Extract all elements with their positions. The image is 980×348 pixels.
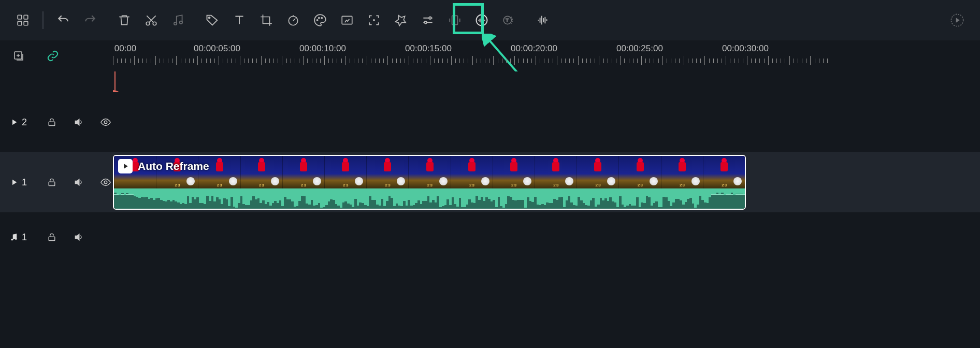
svg-text:T: T: [506, 18, 509, 23]
adjust-icon[interactable]: [414, 7, 441, 34]
volume-icon[interactable]: [71, 115, 86, 129]
add-track-icon[interactable]: [10, 48, 27, 64]
ruler-label: 00:00:05:00: [194, 44, 240, 54]
play-icon: [118, 159, 133, 173]
svg-rect-1: [24, 15, 28, 19]
lock-icon[interactable]: [45, 115, 59, 129]
track-type-label: 2: [9, 117, 32, 128]
ruler-side-controls: [0, 40, 113, 71]
delete-icon[interactable]: [111, 7, 138, 34]
clip-label: Auto Reframe: [118, 159, 209, 173]
svg-rect-30: [49, 237, 55, 241]
volume-icon[interactable]: [71, 230, 86, 244]
ruler-label: 00:00:10:00: [299, 44, 346, 54]
ruler-label: 00:00: [114, 44, 137, 54]
svg-point-11: [319, 18, 320, 19]
ruler-label: 00:00:20:00: [511, 44, 557, 54]
svg-rect-0: [18, 15, 22, 19]
track-video-1: 1 2 32 32 32 32 32 32 32 32 32 32 32 32 …: [0, 152, 980, 212]
pip-icon[interactable]: [334, 7, 361, 34]
mask-icon[interactable]: [387, 7, 414, 34]
svg-point-6: [174, 22, 177, 25]
timeline-ruler-row: 00:00 00:00:05:00 00:00:10:00 00:00:15:0…: [0, 40, 980, 71]
track-type-label: 1: [9, 232, 32, 243]
ruler-label: 00:00:15:00: [405, 44, 452, 54]
volume-icon[interactable]: [71, 175, 86, 190]
svg-rect-24: [49, 122, 55, 126]
link-icon[interactable]: [45, 48, 61, 64]
track-lane[interactable]: [113, 212, 980, 262]
svg-rect-3: [24, 21, 28, 25]
timeline-tracks: 2 1: [0, 71, 980, 348]
track-number: 1: [22, 232, 27, 243]
track-header: 1: [0, 152, 113, 212]
beats-icon[interactable]: [529, 7, 556, 34]
svg-point-28: [11, 239, 13, 241]
crop-icon[interactable]: [253, 7, 280, 34]
aspect-icon[interactable]: [441, 7, 468, 34]
track-lane[interactable]: 2 32 32 32 32 32 32 32 32 32 32 32 32 32…: [113, 152, 980, 212]
ruler-label: 00:00:30:00: [722, 44, 769, 54]
audio-sync-icon[interactable]: [468, 7, 495, 34]
timeline-ruler[interactable]: 00:00 00:00:05:00 00:00:10:00 00:00:15:0…: [113, 40, 980, 71]
track-header: 1: [0, 212, 113, 262]
track-video-2: 2: [0, 92, 980, 152]
playhead-line: [114, 71, 116, 92]
tag-icon[interactable]: [199, 7, 226, 34]
svg-rect-2: [18, 21, 22, 25]
svg-point-27: [104, 181, 107, 184]
cut-icon[interactable]: [138, 7, 165, 34]
svg-point-5: [153, 22, 156, 25]
ruler-label: 00:00:25:00: [616, 44, 663, 54]
visibility-icon[interactable]: [98, 175, 113, 190]
svg-point-10: [317, 20, 318, 21]
svg-point-4: [146, 22, 150, 25]
svg-point-29: [15, 238, 17, 240]
track-number: 1: [22, 177, 27, 188]
toolbar-divider: [42, 11, 44, 29]
track-audio-1: 1: [0, 212, 980, 262]
focus-icon[interactable]: [361, 7, 387, 34]
svg-point-14: [373, 20, 374, 21]
svg-point-18: [477, 15, 487, 26]
track-gap: [0, 71, 980, 92]
track-lane[interactable]: [113, 92, 980, 152]
svg-point-7: [180, 21, 182, 24]
music-note-icon[interactable]: [165, 7, 192, 34]
timeline-toolbar: T: [0, 0, 980, 40]
svg-rect-17: [452, 16, 458, 24]
speed-icon[interactable]: [280, 7, 307, 34]
apps-icon[interactable]: [9, 7, 36, 34]
render-icon[interactable]: [944, 7, 971, 34]
visibility-icon[interactable]: [98, 115, 113, 129]
svg-point-8: [209, 17, 210, 19]
svg-point-25: [104, 121, 107, 124]
svg-point-15: [429, 17, 431, 19]
svg-point-12: [321, 18, 322, 19]
track-type-label: 1: [9, 177, 32, 188]
undo-icon[interactable]: [50, 7, 77, 34]
clip-waveform: [114, 189, 745, 209]
track-header: 2: [0, 92, 113, 152]
track-number: 2: [22, 117, 27, 128]
svg-rect-26: [49, 182, 55, 186]
svg-point-16: [425, 21, 427, 23]
clip-title: Auto Reframe: [138, 160, 209, 172]
lock-icon[interactable]: [45, 230, 59, 244]
video-clip[interactable]: 2 32 32 32 32 32 32 32 32 32 32 32 32 32…: [113, 155, 746, 210]
lock-icon[interactable]: [45, 175, 59, 190]
redo-icon[interactable]: [77, 7, 104, 34]
text-icon[interactable]: [226, 7, 253, 34]
color-icon[interactable]: [307, 7, 334, 34]
caption-icon[interactable]: T: [495, 7, 522, 34]
